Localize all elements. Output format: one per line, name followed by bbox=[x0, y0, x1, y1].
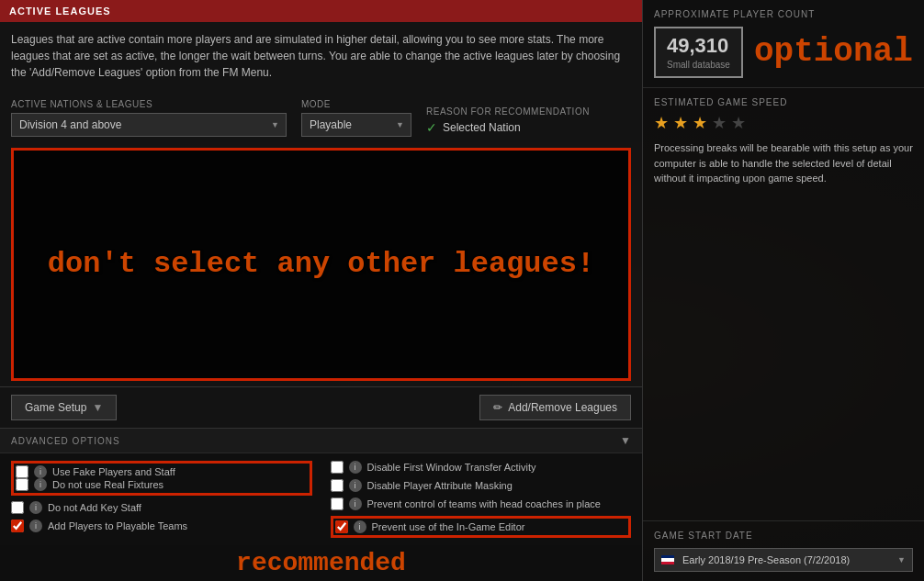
star-2: ★ bbox=[673, 114, 688, 132]
star-4: ★ bbox=[712, 114, 727, 132]
bottom-bar: Game Setup ▼ ✏ Add/Remove Leagues bbox=[0, 386, 642, 428]
reason-group: REASON FOR RECOMMENDATION ✓ Selected Nat… bbox=[426, 106, 590, 137]
recommended-label: recommended bbox=[0, 545, 642, 581]
game-speed-header: ESTIMATED GAME SPEED bbox=[654, 97, 913, 107]
add-playable-info-icon[interactable]: i bbox=[29, 520, 42, 532]
advanced-header: ADVANCED OPTIONS ▼ bbox=[0, 429, 642, 453]
game-start-section: GAME START DATE Early 2018/19 Pre-Season… bbox=[643, 520, 924, 581]
game-speed-section: ESTIMATED GAME SPEED ★ ★ ★ ★ ★ Processin… bbox=[643, 87, 924, 196]
pencil-icon: ✏ bbox=[493, 401, 502, 414]
option-fake-players: i Use Fake Players and Staff bbox=[16, 465, 308, 478]
add-remove-leagues-button[interactable]: ✏ Add/Remove Leagues bbox=[479, 395, 631, 420]
fake-players-checkbox[interactable] bbox=[16, 465, 28, 478]
game-setup-button[interactable]: Game Setup ▼ bbox=[11, 395, 117, 420]
nations-leagues-group: ACTIVE NATIONS & LEAGUES Division 4 and … bbox=[11, 99, 287, 137]
fake-players-info-icon[interactable]: i bbox=[34, 465, 47, 478]
add-playable-checkbox[interactable] bbox=[11, 520, 24, 532]
optional-label: optional bbox=[754, 36, 913, 69]
active-leagues-description: Leagues that are active contain more pla… bbox=[0, 22, 642, 90]
star-5: ★ bbox=[731, 114, 746, 132]
disable-transfer-info-icon[interactable]: i bbox=[349, 461, 362, 474]
start-date-select-wrapper: Early 2018/19 Pre-Season (7/2/2018) bbox=[654, 548, 913, 572]
player-count-number: 49,310 bbox=[667, 34, 730, 58]
add-leagues-label: Add/Remove Leagues bbox=[508, 401, 617, 414]
option-no-fixtures: i Do not use Real Fixtures bbox=[16, 478, 308, 491]
prevent-control-info-icon[interactable]: i bbox=[349, 497, 362, 510]
advanced-chevron-icon[interactable]: ▼ bbox=[620, 434, 631, 447]
player-count-header: APPROXIMATE PLAYER COUNT bbox=[654, 9, 913, 19]
prevent-control-checkbox[interactable] bbox=[331, 497, 344, 510]
option-prevent-control: i Prevent control of teams with head coa… bbox=[331, 497, 632, 510]
warning-message: don't select any other leagues! bbox=[48, 245, 594, 284]
nations-select[interactable]: Division 4 and above bbox=[11, 113, 287, 137]
recommendation-text: Selected Nation bbox=[443, 121, 521, 134]
star-1: ★ bbox=[654, 114, 669, 132]
mode-group: MODE Playable bbox=[301, 99, 411, 137]
mode-select-wrapper: Playable bbox=[301, 113, 411, 137]
game-speed-stars: ★ ★ ★ ★ ★ bbox=[654, 113, 913, 133]
no-key-staff-info-icon[interactable]: i bbox=[29, 501, 42, 514]
no-fixtures-checkbox[interactable] bbox=[16, 478, 28, 491]
disable-masking-info-icon[interactable]: i bbox=[349, 479, 362, 492]
fake-players-highlight: i Use Fake Players and Staff i Do not us… bbox=[11, 461, 312, 496]
game-start-header: GAME START DATE bbox=[654, 531, 913, 541]
advanced-options-left-col: i Use Fake Players and Staff i Do not us… bbox=[11, 461, 312, 538]
count-box: 49,310 Small database bbox=[654, 27, 743, 78]
player-count-db-label: Small database bbox=[667, 60, 730, 70]
add-playable-label: Add Players to Playable Teams bbox=[48, 520, 187, 531]
prevent-ingame-label: Prevent use of the In-Game Editor bbox=[372, 521, 525, 532]
advanced-options-label: ADVANCED OPTIONS bbox=[11, 436, 120, 446]
option-disable-masking: i Disable Player Attribute Masking bbox=[331, 479, 632, 492]
recommendation-area: ✓ Selected Nation bbox=[426, 120, 590, 137]
no-fixtures-info-icon[interactable]: i bbox=[34, 478, 47, 491]
player-count-display: 49,310 Small database optional bbox=[654, 27, 913, 78]
disable-transfer-label: Disable First Window Transfer Activity bbox=[367, 462, 536, 473]
game-speed-description: Processing breaks will be bearable with … bbox=[654, 140, 913, 186]
star-3: ★ bbox=[693, 114, 707, 132]
disable-transfer-checkbox[interactable] bbox=[331, 461, 344, 474]
option-disable-transfer: i Disable First Window Transfer Activity bbox=[331, 461, 632, 474]
no-key-staff-checkbox[interactable] bbox=[11, 501, 24, 514]
game-setup-label: Game Setup bbox=[25, 401, 86, 414]
prevent-ingame-info-icon[interactable]: i bbox=[354, 520, 366, 533]
disable-masking-checkbox[interactable] bbox=[331, 479, 344, 492]
no-fixtures-label: Do not use Real Fixtures bbox=[52, 479, 163, 490]
check-icon: ✓ bbox=[426, 120, 437, 135]
nations-select-wrapper: Division 4 and above bbox=[11, 113, 287, 137]
fake-players-label: Use Fake Players and Staff bbox=[52, 466, 175, 477]
advanced-options-grid: i Use Fake Players and Staff i Do not us… bbox=[0, 453, 642, 545]
option-add-playable: i Add Players to Playable Teams bbox=[11, 520, 312, 532]
mode-select[interactable]: Playable bbox=[301, 113, 411, 137]
prevent-control-label: Prevent control of teams with head coach… bbox=[367, 498, 601, 509]
option-no-key-staff: i Do not Add Key Staff bbox=[11, 501, 312, 514]
prevent-ingame-checkbox[interactable] bbox=[335, 520, 348, 533]
reason-label: REASON FOR RECOMMENDATION bbox=[426, 106, 590, 117]
advanced-options-right-col: i Disable First Window Transfer Activity… bbox=[331, 461, 632, 538]
no-key-staff-label: Do not Add Key Staff bbox=[48, 502, 141, 513]
start-date-select[interactable]: Early 2018/19 Pre-Season (7/2/2018) bbox=[654, 548, 913, 572]
option-prevent-ingame: i Prevent use of the In-Game Editor bbox=[335, 520, 627, 533]
mode-label: MODE bbox=[301, 99, 411, 109]
player-count-section: APPROXIMATE PLAYER COUNT 49,310 Small da… bbox=[643, 0, 924, 87]
nations-label: ACTIVE NATIONS & LEAGUES bbox=[11, 99, 287, 109]
advanced-options-section: ADVANCED OPTIONS ▼ i Use Fake Players an… bbox=[0, 428, 642, 581]
league-form-row: ACTIVE NATIONS & LEAGUES Division 4 and … bbox=[0, 90, 642, 142]
right-panel-spacer bbox=[643, 196, 924, 521]
right-panel: APPROXIMATE PLAYER COUNT 49,310 Small da… bbox=[643, 0, 924, 581]
chevron-down-icon: ▼ bbox=[92, 401, 103, 414]
league-warning-box: don't select any other leagues! bbox=[11, 148, 631, 381]
active-leagues-header: ACTIVE LEAGUES bbox=[0, 0, 642, 22]
prevent-ingame-highlight: i Prevent use of the In-Game Editor bbox=[331, 516, 632, 538]
disable-masking-label: Disable Player Attribute Masking bbox=[367, 480, 513, 491]
